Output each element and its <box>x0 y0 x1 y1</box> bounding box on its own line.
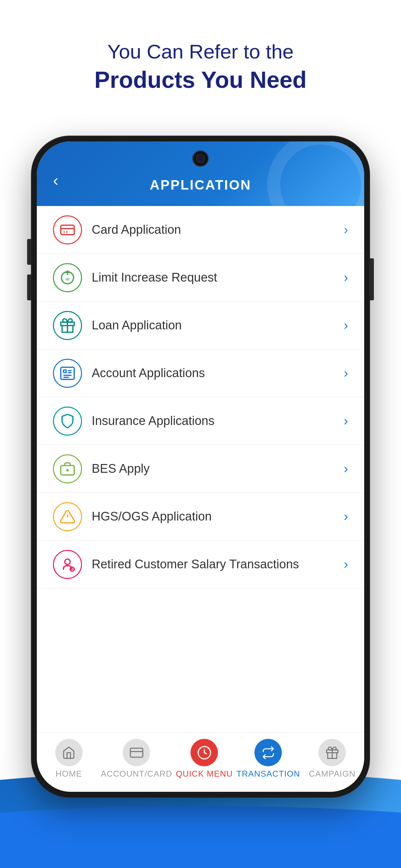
retired-salary-chevron: › <box>344 557 348 571</box>
loan-icon <box>53 311 82 340</box>
menu-item-hgs-ogs[interactable]: HGS/OGS Application › <box>37 493 364 540</box>
retired-salary-label: Retired Customer Salary Transactions <box>92 557 344 571</box>
home-nav-label: HOME <box>56 769 82 779</box>
insurance-applications-label: Insurance Applications <box>92 414 344 428</box>
menu-item-limit-increase[interactable]: Limit Increase Request › <box>37 254 364 302</box>
menu-item-loan-application[interactable]: Loan Application › <box>37 302 364 349</box>
retired-icon <box>53 550 82 579</box>
loan-application-label: Loan Application <box>92 318 344 332</box>
campaign-nav-label: CAMPAIGN <box>309 769 356 779</box>
camera-notch <box>192 151 209 166</box>
campaign-icon-circle <box>318 739 346 766</box>
svg-rect-6 <box>64 370 66 372</box>
app-header-title: APPLICATION <box>150 177 251 193</box>
nav-item-transaction[interactable]: TRANSACTION <box>236 739 300 779</box>
bottom-navigation: HOME ACCOUNT/CARD <box>37 732 364 792</box>
credit-card-icon <box>53 215 82 244</box>
side-button-power <box>370 258 374 300</box>
nav-item-home[interactable]: HOME <box>37 739 101 779</box>
side-button-vol-down <box>27 275 31 300</box>
bes-apply-chevron: › <box>344 461 348 476</box>
account-applications-chevron: › <box>344 366 348 380</box>
side-button-vol-up <box>27 239 31 265</box>
nav-item-account-card[interactable]: ACCOUNT/CARD <box>101 739 172 779</box>
header-section: You Can Refer to the Products You Need <box>0 39 401 95</box>
svg-point-16 <box>65 559 70 564</box>
nav-item-quick-menu[interactable]: QUICK MENU <box>173 739 236 779</box>
quick-menu-icon-circle <box>190 739 218 766</box>
nav-item-campaign[interactable]: CAMPAIGN <box>300 739 364 779</box>
loan-application-chevron: › <box>344 318 348 333</box>
limit-increase-label: Limit Increase Request <box>92 271 344 284</box>
hgs-ogs-label: HGS/OGS Application <box>92 509 344 523</box>
account-card-nav-label: ACCOUNT/CARD <box>101 769 172 779</box>
header-title: Products You Need <box>0 65 401 95</box>
account-card-icon-circle <box>123 739 150 766</box>
phone-body: ‹ APPLICATION Card Application <box>31 135 370 798</box>
quick-menu-nav-label: QUICK MENU <box>176 769 233 779</box>
menu-item-account-applications[interactable]: Account Applications › <box>37 349 364 397</box>
phone-container: ‹ APPLICATION Card Application <box>31 135 370 798</box>
camera-lens <box>196 154 205 163</box>
svg-rect-0 <box>61 225 74 235</box>
bes-apply-label: BES Apply <box>92 462 344 476</box>
svg-rect-19 <box>130 748 143 757</box>
account-icon <box>53 359 82 388</box>
insurance-icon <box>53 407 82 436</box>
back-button[interactable]: ‹ <box>50 167 62 193</box>
hgs-icon <box>53 502 82 531</box>
menu-list: Card Application › Limit Increase Reques… <box>37 206 364 734</box>
transaction-icon-circle <box>254 739 282 766</box>
menu-item-bes-apply[interactable]: BES Apply › <box>37 445 364 493</box>
hgs-ogs-chevron: › <box>344 509 348 524</box>
insurance-applications-chevron: › <box>344 414 348 428</box>
menu-item-retired-salary[interactable]: Retired Customer Salary Transactions › <box>37 540 364 588</box>
phone-screen: ‹ APPLICATION Card Application <box>37 142 364 792</box>
header-subtitle: You Can Refer to the <box>0 39 401 65</box>
limit-increase-icon <box>53 263 82 292</box>
bes-icon <box>53 454 82 484</box>
menu-item-insurance-applications[interactable]: Insurance Applications › <box>37 397 364 445</box>
account-applications-label: Account Applications <box>92 366 344 380</box>
home-icon-circle <box>55 739 83 766</box>
transaction-nav-label: TRANSACTION <box>236 769 300 779</box>
limit-increase-chevron: › <box>344 270 348 285</box>
